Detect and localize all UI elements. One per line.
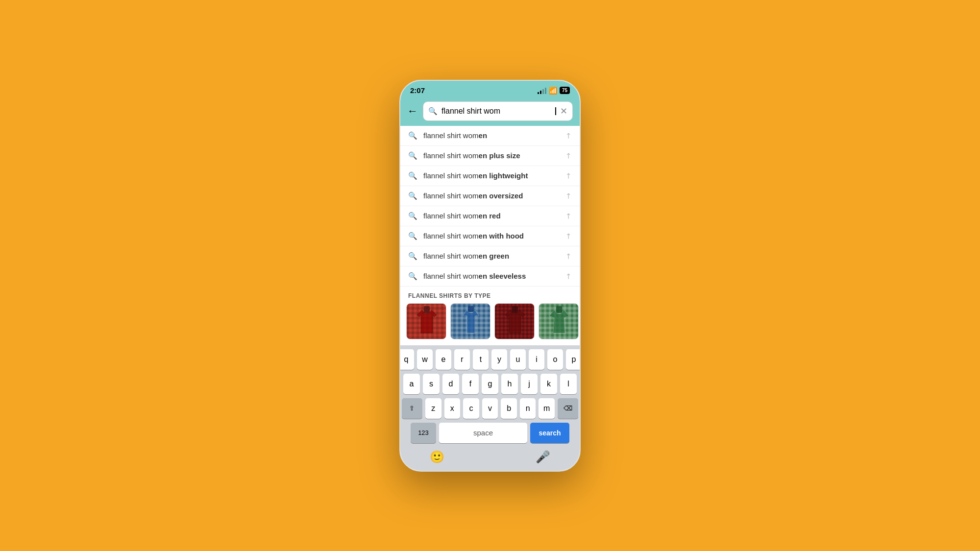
battery-badge: 75 xyxy=(560,87,570,94)
sugg-text: flannel shirt women plus size xyxy=(423,151,565,160)
short-sleeve-image xyxy=(539,304,579,339)
type-card-short-sleeve[interactable]: Short Sleeve xyxy=(539,303,579,339)
key-g[interactable]: g xyxy=(482,374,498,394)
search-key[interactable]: search xyxy=(530,423,569,443)
sleeveless-label: Sleeveless xyxy=(451,339,490,339)
key-n[interactable]: n xyxy=(520,398,536,419)
suggestions-list: 🔍 flannel shirt women ↗ 🔍 flannel shirt … xyxy=(400,126,580,287)
type-card-checkered[interactable]: Checkered xyxy=(494,303,535,339)
sugg-text: flannel shirt women red xyxy=(423,212,565,220)
microphone-icon[interactable]: 🎤 xyxy=(536,450,550,464)
suggestion-item[interactable]: 🔍 flannel shirt women red ↗ xyxy=(400,206,580,226)
sugg-search-icon: 🔍 xyxy=(408,212,417,220)
sleeveless-image xyxy=(451,304,490,339)
search-input-text: flannel shirt wom xyxy=(441,107,551,116)
key-a[interactable]: a xyxy=(403,374,420,394)
keyboard-row-1: q w e r t y u i o p xyxy=(402,349,578,370)
search-box[interactable]: 🔍 flannel shirt wom ✕ xyxy=(423,101,573,121)
key-e[interactable]: e xyxy=(436,349,451,370)
suggestion-item[interactable]: 🔍 flannel shirt women green ↗ xyxy=(400,246,580,266)
short-sleeve-label: Short Sleeve xyxy=(539,339,578,339)
svg-rect-3 xyxy=(556,306,562,313)
search-icon: 🔍 xyxy=(428,107,438,116)
emoji-icon[interactable]: 🙂 xyxy=(430,450,444,464)
bottom-bar: 🙂 🎤 xyxy=(400,447,580,471)
key-o[interactable]: o xyxy=(547,349,563,370)
wifi-icon: 📶 xyxy=(549,87,557,95)
keyboard-row-4: 123 space search xyxy=(402,423,578,443)
key-f[interactable]: f xyxy=(462,374,479,394)
sugg-text: flannel shirt women xyxy=(423,131,565,140)
shift-key[interactable]: ⇧ xyxy=(402,398,422,419)
keyboard: q w e r t y u i o p a s d f g h j k l ⇧ … xyxy=(400,345,580,447)
svg-rect-2 xyxy=(512,306,518,313)
back-button[interactable]: ← xyxy=(407,106,418,117)
key-z[interactable]: z xyxy=(425,398,441,419)
sugg-text: flannel shirt women with hood xyxy=(423,232,565,240)
suggestion-item[interactable]: 🔍 flannel shirt women with hood ↗ xyxy=(400,226,580,246)
key-x[interactable]: x xyxy=(444,398,461,419)
key-v[interactable]: v xyxy=(482,398,498,419)
svg-rect-1 xyxy=(468,306,474,312)
suggestion-item[interactable]: 🔍 flannel shirt women ↗ xyxy=(400,126,580,146)
key-i[interactable]: i xyxy=(529,349,544,370)
key-r[interactable]: r xyxy=(454,349,470,370)
key-d[interactable]: d xyxy=(442,374,459,394)
key-j[interactable]: j xyxy=(521,374,538,394)
suggestion-item[interactable]: 🔍 flannel shirt women lightweight ↗ xyxy=(400,166,580,186)
key-l[interactable]: l xyxy=(560,374,577,394)
delete-key[interactable]: ⌫ xyxy=(558,398,578,419)
type-card-long-sleeve[interactable]: Long Sleeve xyxy=(406,303,446,339)
long-sleeve-image xyxy=(407,304,446,339)
signal-icon xyxy=(538,87,546,94)
sugg-search-icon: 🔍 xyxy=(408,272,417,281)
key-m[interactable]: m xyxy=(539,398,555,419)
key-q[interactable]: q xyxy=(399,349,414,370)
space-key[interactable]: space xyxy=(439,423,527,443)
type-cards: Long Sleeve Sleeveless Checkered xyxy=(400,303,580,345)
keyboard-row-3: ⇧ z x c v b n m ⌫ xyxy=(402,398,578,419)
key-t[interactable]: t xyxy=(473,349,489,370)
sugg-search-icon: 🔍 xyxy=(408,131,417,140)
key-123[interactable]: 123 xyxy=(411,423,436,443)
status-icons: 📶 75 xyxy=(538,87,570,95)
key-c[interactable]: c xyxy=(463,398,479,419)
sugg-search-icon: 🔍 xyxy=(408,171,417,180)
long-sleeve-label: Long Sleeve xyxy=(407,339,446,339)
cursor xyxy=(555,107,556,115)
suggestion-item[interactable]: 🔍 flannel shirt women oversized ↗ xyxy=(400,186,580,206)
key-b[interactable]: b xyxy=(501,398,517,419)
svg-rect-0 xyxy=(424,306,430,313)
keyboard-row-2: a s d f g h j k l xyxy=(402,374,578,394)
phone-frame: 2:07 📶 75 ← 🔍 flannel shirt wom ✕ 🔍 flan… xyxy=(399,80,581,472)
sugg-text: flannel shirt women lightweight xyxy=(423,171,565,180)
checkered-image xyxy=(495,304,535,339)
checkered-label: Checkered xyxy=(495,339,534,339)
suggestion-item[interactable]: 🔍 flannel shirt women plus size ↗ xyxy=(400,146,580,166)
key-h[interactable]: h xyxy=(501,374,518,394)
sugg-text: flannel shirt women green xyxy=(423,252,565,260)
key-y[interactable]: y xyxy=(491,349,507,370)
key-s[interactable]: s xyxy=(423,374,440,394)
sugg-search-icon: 🔍 xyxy=(408,232,417,240)
key-w[interactable]: w xyxy=(417,349,433,370)
sugg-search-icon: 🔍 xyxy=(408,252,417,261)
status-bar: 2:07 📶 75 xyxy=(400,81,580,98)
search-header: ← 🔍 flannel shirt wom ✕ xyxy=(400,98,580,126)
type-card-sleeveless[interactable]: Sleeveless xyxy=(450,303,490,339)
clear-button[interactable]: ✕ xyxy=(560,106,567,117)
suggestion-item[interactable]: 🔍 flannel shirt women sleeveless ↗ xyxy=(400,266,580,287)
sugg-text: flannel shirt women sleeveless xyxy=(423,272,565,280)
key-p[interactable]: p xyxy=(566,349,581,370)
key-u[interactable]: u xyxy=(510,349,526,370)
key-k[interactable]: k xyxy=(540,374,557,394)
sugg-search-icon: 🔍 xyxy=(408,192,417,200)
status-time: 2:07 xyxy=(410,86,425,95)
sugg-text: flannel shirt women oversized xyxy=(423,192,565,200)
section-title: FLANNEL SHIRTS BY TYPE xyxy=(400,287,580,303)
sugg-search-icon: 🔍 xyxy=(408,151,417,160)
